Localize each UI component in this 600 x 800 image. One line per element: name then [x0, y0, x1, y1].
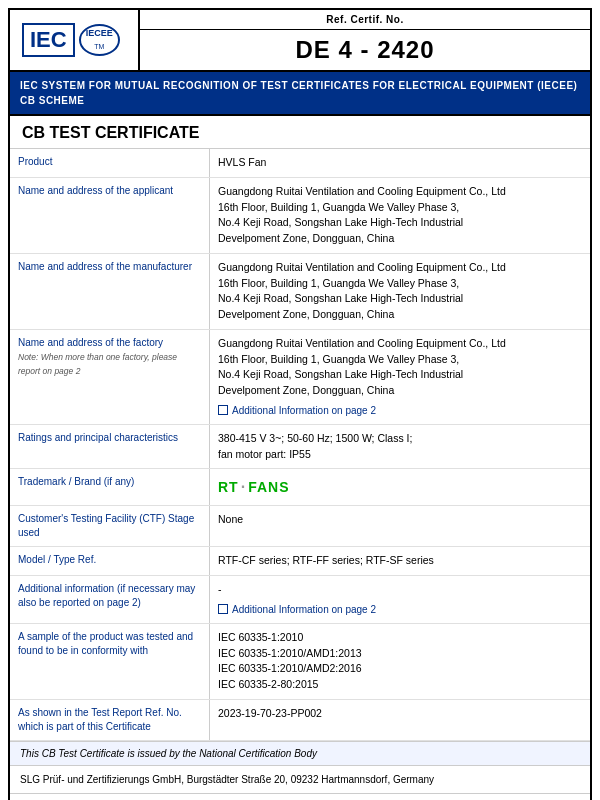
iec-text-box: IEC	[22, 23, 75, 57]
ncb-row: This CB Test Certificate is issued by th…	[10, 741, 590, 766]
blue-banner: IEC SYSTEM FOR MUTUAL RECOGNITION OF TES…	[10, 72, 590, 116]
factory-checkbox	[218, 405, 228, 415]
footer-sign: Date: 2023-01-12 Signature: 𝒬chiller O. …	[10, 794, 590, 800]
field-label-manufacturer: Name and address of the manufacturer	[10, 254, 210, 329]
field-row-trademark: Trademark / Brand (if any) RT · FANS	[10, 469, 590, 506]
field-value-ctf: None	[210, 506, 590, 546]
rt-fans-logo: RT · FANS	[218, 475, 582, 499]
field-value-ratings: 380-415 V 3~; 50-60 Hz; 1500 W; Class I;…	[210, 425, 590, 469]
tm-label: TM	[94, 43, 104, 50]
field-value-conformity: IEC 60335-1:2010 IEC 60335-1:2010/AMD1:2…	[210, 624, 590, 699]
field-label-product: Product	[10, 149, 210, 177]
field-value-manufacturer: Guangdong Ruitai Ventilation and Cooling…	[210, 254, 590, 329]
field-row-model: Model / Type Ref. RTF-CF series; RTF-FF …	[10, 547, 590, 576]
field-row-applicant: Name and address of the applicant Guangd…	[10, 178, 590, 254]
footer-org: SLG Prüf- und Zertifizierungs GmbH, Burg…	[10, 766, 590, 794]
field-row-additional: Additional information (if necessary may…	[10, 576, 590, 624]
iec-text: IEC	[30, 27, 67, 52]
field-row-test-report: As shown in the Test Report Ref. No. whi…	[10, 700, 590, 741]
additional-checkbox-link[interactable]: Additional Information on page 2	[218, 602, 582, 617]
field-value-applicant: Guangdong Ruitai Ventilation and Cooling…	[210, 178, 590, 253]
logo-box: IEC IECEE TM	[10, 10, 140, 70]
header-row: IEC IECEE TM Ref. Certif. No. DE 4 - 242…	[10, 10, 590, 72]
certificate-container: IEC IECEE TM Ref. Certif. No. DE 4 - 242…	[8, 8, 592, 800]
iec-logo: IEC IECEE TM	[22, 23, 120, 57]
field-row-conformity: A sample of the product was tested and f…	[10, 624, 590, 700]
field-value-test-report: 2023-19-70-23-PP002	[210, 700, 590, 740]
field-label-test-report: As shown in the Test Report Ref. No. whi…	[10, 700, 210, 740]
field-label-model: Model / Type Ref.	[10, 547, 210, 575]
factory-checkbox-link[interactable]: Additional Information on page 2	[218, 403, 582, 418]
cert-title: CB TEST CERTIFICATE	[10, 116, 590, 149]
field-row-ratings: Ratings and principal characteristics 38…	[10, 425, 590, 470]
iecee-badge: IECEE TM	[79, 24, 120, 56]
field-label-trademark: Trademark / Brand (if any)	[10, 469, 210, 505]
field-value-model: RTF-CF series; RTF-FF series; RTF-SF ser…	[210, 547, 590, 575]
ref-label: Ref. Certif. No.	[140, 10, 590, 30]
iecee-label: IECEE	[86, 29, 113, 39]
field-row-manufacturer: Name and address of the manufacturer Gua…	[10, 254, 590, 330]
field-label-additional: Additional information (if necessary may…	[10, 576, 210, 623]
field-label-conformity: A sample of the product was tested and f…	[10, 624, 210, 699]
field-row-product: Product HVLS Fan	[10, 149, 590, 178]
ref-number: DE 4 - 2420	[140, 30, 590, 70]
field-row-factory: Name and address of the factory Note: Wh…	[10, 330, 590, 425]
field-label-ratings: Ratings and principal characteristics	[10, 425, 210, 469]
field-label-ctf: Customer's Testing Facility (CTF) Stage …	[10, 506, 210, 546]
additional-checkbox	[218, 604, 228, 614]
field-value-product: HVLS Fan	[210, 149, 590, 177]
field-row-ctf: Customer's Testing Facility (CTF) Stage …	[10, 506, 590, 547]
field-label-applicant: Name and address of the applicant	[10, 178, 210, 253]
field-value-additional: - Additional Information on page 2	[210, 576, 590, 623]
field-value-trademark: RT · FANS	[210, 469, 590, 505]
ref-box: Ref. Certif. No. DE 4 - 2420	[140, 10, 590, 70]
field-label-factory: Name and address of the factory Note: Wh…	[10, 330, 210, 424]
fields-area: Product HVLS Fan Name and address of the…	[10, 149, 590, 741]
field-value-factory: Guangdong Ruitai Ventilation and Cooling…	[210, 330, 590, 424]
